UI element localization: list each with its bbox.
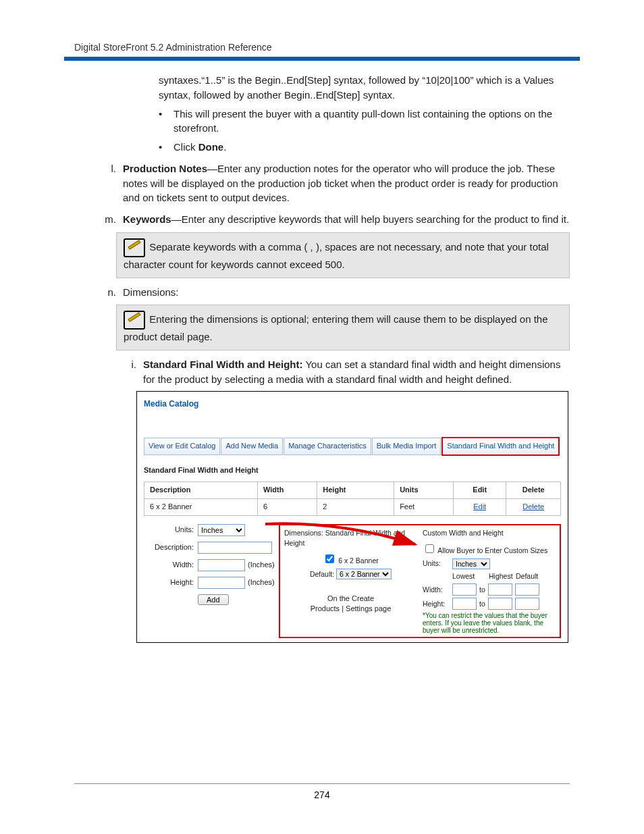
p-std-final: Standard Final Width and Height: You can… <box>143 357 570 387</box>
lbl-width: Width: <box>144 560 198 571</box>
note-text: Entering the dimensions is optional; ent… <box>124 313 548 342</box>
tab-manage-char[interactable]: Manage Characteristics <box>284 438 371 455</box>
hdr-lowest: Lowest <box>452 571 477 581</box>
height-input[interactable] <box>198 577 245 589</box>
desc-input[interactable] <box>198 542 272 554</box>
lbl-units: Units: <box>144 525 198 536</box>
tab-view-edit[interactable]: View or Edit Catalog <box>144 438 220 455</box>
lbl-default: Default: <box>310 570 334 578</box>
mc-add-form: Units: Inches Description: Width: (Inche… <box>144 524 279 639</box>
note-dimensions: Entering the dimensions is optional; ent… <box>116 305 570 350</box>
caption-line: Products | Settings page <box>284 604 417 615</box>
banner-checkbox[interactable] <box>325 554 334 563</box>
t: . <box>223 141 226 153</box>
media-catalog-screenshot: Media Catalog View or Edit CatalogAdd Ne… <box>136 391 568 644</box>
pencil-note-icon <box>124 238 145 257</box>
t: —Enter any descriptive keywords that wil… <box>171 213 569 225</box>
right-header: Custom Width and Height <box>423 528 556 538</box>
t-bold: Standard Final Width and Height: <box>143 359 303 370</box>
pencil-note-icon <box>124 311 145 330</box>
mc-tabs: View or Edit CatalogAdd New MediaManage … <box>144 437 561 456</box>
t: Click <box>173 141 198 153</box>
tab-add-new[interactable]: Add New Media <box>221 438 283 455</box>
hdr-highest: Highest <box>489 571 513 581</box>
p-bullet-quantity: This will present the buyer with a quant… <box>173 107 570 136</box>
w-low-input[interactable] <box>452 583 477 596</box>
th-desc: Description <box>144 481 258 498</box>
caption-line: On the Create <box>284 594 417 604</box>
t-bold: Production Notes <box>123 163 207 174</box>
mc-highlight-panel: Dimensions: Standard Final Width and Hei… <box>279 524 561 639</box>
note-text: Separate keywords with a comma ( , ), sp… <box>124 241 549 270</box>
mc-table: Description Width Height Units Edit Dele… <box>144 481 561 516</box>
lbl-desc: Description: <box>144 542 198 553</box>
lbl-w-r: Width: <box>423 585 450 595</box>
h-high-input[interactable] <box>488 598 512 610</box>
mc-title: Media Catalog <box>144 398 561 410</box>
lbl-to: to <box>479 585 485 595</box>
unit-inches: (Inches) <box>248 560 275 571</box>
p-syntax: syntaxes.“1..5” is the Begin..End[Step] … <box>159 73 570 103</box>
t-bold: Done <box>198 141 224 153</box>
header-rule <box>64 57 580 61</box>
cell-h: 2 <box>317 498 394 515</box>
w-def-input[interactable] <box>515 583 539 596</box>
th-delete: Delete <box>506 481 561 498</box>
cell-desc: 6 x 2 Banner <box>144 498 258 515</box>
unit-inches: (Inches) <box>248 577 275 588</box>
list-marker-i: i. <box>116 357 143 387</box>
hdr-default: Default <box>516 571 540 581</box>
th-height: Height <box>317 481 394 498</box>
cell-u: Feet <box>394 498 454 515</box>
tab-std-final[interactable]: Standard Final Width and Height <box>441 437 560 456</box>
bullet-dot-icon: • <box>159 107 173 136</box>
allow-custom-checkbox[interactable] <box>425 544 434 553</box>
restriction-note: *You can restrict the values that the bu… <box>423 612 556 634</box>
p-dimensions: Dimensions: <box>123 285 570 300</box>
row-edit-link[interactable]: Edit <box>473 502 486 511</box>
cb-label: 6 x 2 Banner <box>338 556 379 565</box>
h-def-input[interactable] <box>515 598 539 610</box>
cell-w: 6 <box>257 498 317 515</box>
lbl-h-r: Height: <box>423 599 450 609</box>
bullet-dot-icon: • <box>159 140 173 155</box>
t-bold: Keywords <box>123 213 171 225</box>
th-edit: Edit <box>453 481 506 498</box>
table-row: 6 x 2 Banner 6 2 Feet Edit Delete <box>144 498 561 515</box>
mc-section-title: Standard Final Width and Height <box>144 465 561 476</box>
cb-label: Allow Buyer to Enter Custom Sizes <box>437 546 547 554</box>
w-high-input[interactable] <box>488 583 512 596</box>
tab-bulk-import[interactable]: Bulk Media Import <box>372 438 441 455</box>
lbl-units-r: Units: <box>423 558 450 569</box>
units-select[interactable]: Inches <box>198 524 245 536</box>
p-keywords: Keywords—Enter any descriptive keywords … <box>123 212 570 227</box>
p-bullet-done: Click Done. <box>173 140 570 155</box>
list-marker-n: n. <box>95 285 123 300</box>
row-delete-link[interactable]: Delete <box>522 502 544 511</box>
footer-rule <box>74 783 570 784</box>
page-header: Digital StoreFront 5.2 Administration Re… <box>74 42 570 53</box>
units-select-r[interactable]: Inches <box>452 558 490 569</box>
th-units: Units <box>394 481 454 498</box>
lbl-to: to <box>479 599 485 609</box>
width-input[interactable] <box>198 559 245 571</box>
th-width: Width <box>257 481 317 498</box>
list-marker-l: l. <box>95 161 123 205</box>
list-marker-m: m. <box>95 212 123 227</box>
h-low-input[interactable] <box>452 598 477 610</box>
default-select[interactable]: 6 x 2 Banner <box>336 569 392 579</box>
lbl-height: Height: <box>144 577 198 588</box>
note-keywords: Separate keywords with a comma ( , ), sp… <box>116 232 570 278</box>
add-button[interactable]: Add <box>198 594 229 605</box>
p-production-notes: Production Notes—Enter any production no… <box>123 161 570 205</box>
page-number: 274 <box>0 789 644 800</box>
mid-header: Dimensions: Standard Final Width and Hei… <box>284 528 417 548</box>
